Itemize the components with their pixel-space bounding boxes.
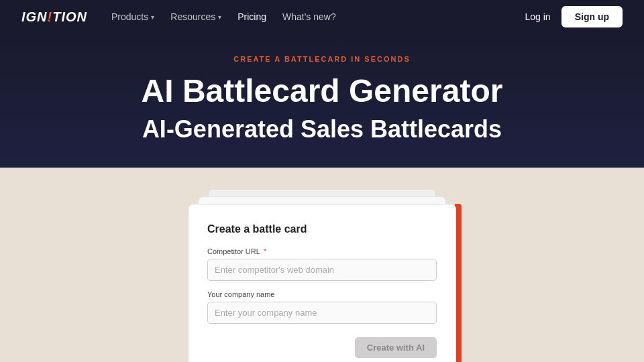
nav-products-label: Products <box>111 11 148 22</box>
nav-pricing[interactable]: Pricing <box>237 11 266 22</box>
logo-highlight: ! <box>48 9 53 24</box>
nav-pricing-label: Pricing <box>237 11 266 22</box>
form-actions: Create with AI <box>207 337 437 358</box>
signup-button[interactable]: Sign up <box>561 6 623 27</box>
competitor-url-input[interactable] <box>207 259 437 281</box>
nav-resources-label: Resources <box>170 11 215 22</box>
chevron-down-icon: ▾ <box>218 13 221 21</box>
nav-products[interactable]: Products ▾ <box>111 11 154 22</box>
main-area: Create a battle card Competitor URL * Yo… <box>0 168 644 362</box>
chevron-down-icon: ▾ <box>151 13 154 21</box>
create-ai-button[interactable]: Create with AI <box>355 337 437 358</box>
navbar: IGN!TION Products ▾ Resources ▾ Pricing … <box>0 0 644 34</box>
nav-resources[interactable]: Resources ▾ <box>170 11 221 22</box>
card-stack: Create a battle card Competitor URL * Yo… <box>181 204 463 362</box>
hero-subtitle: AI-Generated Sales Battlecards <box>13 115 631 143</box>
nav-links: Products ▾ Resources ▾ Pricing What's ne… <box>111 11 506 22</box>
login-button[interactable]: Log in <box>525 11 551 22</box>
form-card-title: Create a battle card <box>207 223 437 235</box>
required-marker: * <box>262 247 266 255</box>
nav-whats-new-label: What's new? <box>282 11 336 22</box>
site-logo[interactable]: IGN!TION <box>21 9 87 25</box>
nav-actions: Log in Sign up <box>525 6 623 27</box>
hero-section: CREATE A BATTLECARD IN SECONDS AI Battle… <box>0 34 644 168</box>
company-name-input[interactable] <box>207 302 437 324</box>
hero-eyebrow: CREATE A BATTLECARD IN SECONDS <box>13 55 631 63</box>
battlecard-form-card: Create a battle card Competitor URL * Yo… <box>188 204 456 362</box>
hero-title: AI Battlecard Generator <box>13 72 631 109</box>
company-name-label: Your company name <box>207 290 437 298</box>
competitor-url-label: Competitor URL * <box>207 247 437 255</box>
nav-whats-new[interactable]: What's new? <box>282 11 336 22</box>
